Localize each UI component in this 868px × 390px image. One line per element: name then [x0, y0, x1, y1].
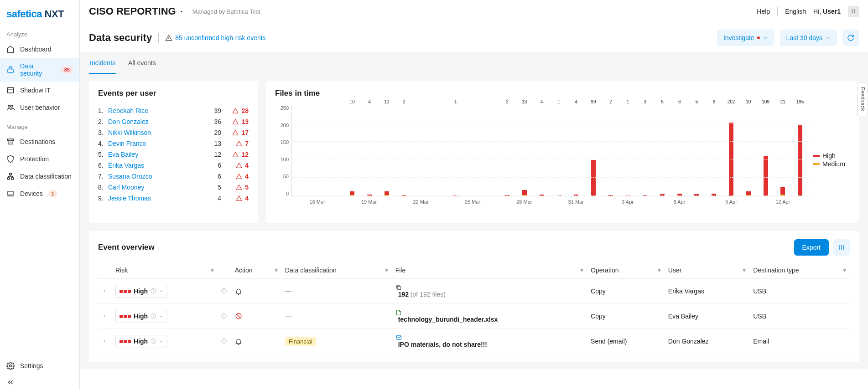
workspace-switcher[interactable]: CISO REPORTING [89, 5, 184, 17]
bar-high[interactable] [350, 191, 354, 195]
export-button[interactable]: Export [794, 239, 829, 256]
sidebar-item-dashboard[interactable]: Dashboard [0, 41, 79, 58]
col-user[interactable]: User▾ [665, 262, 749, 279]
sidebar-item-protection[interactable]: Protection [0, 150, 79, 168]
bar-high[interactable] [591, 160, 596, 196]
chevron-down-icon [159, 314, 163, 318]
bar-value-label: 1 [558, 99, 561, 104]
lock-icon [6, 66, 15, 74]
filter-icon[interactable]: ▾ [580, 267, 583, 274]
user-link[interactable]: Rebekah Rice [108, 107, 203, 114]
user-link[interactable]: Nikki Wilkinson [108, 129, 203, 136]
user-link[interactable]: Susana Orozco [108, 173, 203, 180]
user-risk-count: 4 [221, 173, 249, 180]
table-row: High ⓘ ⓘFinancialIPO materials, do not s… [98, 329, 850, 354]
sidebar-item-label: Dashboard [20, 46, 52, 53]
bar-high[interactable] [764, 156, 768, 196]
user-link[interactable]: Eva Bailey [108, 151, 203, 158]
user-link[interactable]: Carl Mooney [108, 184, 203, 191]
sidebar-item-user-behavior[interactable]: User behavior [0, 99, 79, 116]
risk-selector[interactable]: High ⓘ [115, 310, 167, 323]
filter-icon[interactable]: ▾ [743, 267, 746, 274]
tab-all-events[interactable]: All events [127, 53, 157, 74]
sidebar-item-settings[interactable]: Settings [0, 357, 79, 375]
user-link[interactable]: Devin Franco [108, 140, 203, 147]
bar-value-label: 10 [350, 99, 355, 104]
col-dc[interactable]: Data classification▾ [281, 262, 392, 279]
bar-high[interactable] [522, 190, 527, 195]
unconfirmed-events-link[interactable]: 85 unconfirmed high-risk events [165, 34, 265, 41]
language-switcher[interactable]: English [785, 8, 806, 15]
bar-value-label: 99 [591, 99, 596, 104]
bar-value-label: 13 [522, 99, 527, 104]
sidebar-item-destinations[interactable]: Destinations [0, 133, 79, 150]
divider [158, 33, 159, 43]
bar-slot [309, 105, 327, 196]
risk-selector[interactable]: High ⓘ [115, 335, 167, 348]
daterange-label: Last 30 days [786, 34, 822, 41]
info-icon[interactable]: ⓘ [221, 338, 227, 344]
user-link[interactable]: Erika Vargas [108, 162, 203, 169]
col-risk[interactable]: Risk▾ [112, 262, 218, 279]
subheader: Data security 85 unconfirmed high-risk e… [80, 23, 868, 53]
avatar[interactable]: U [848, 6, 859, 17]
columns-button[interactable] [833, 239, 850, 256]
warning-icon [236, 173, 242, 180]
user-risk-count: 17 [221, 129, 249, 136]
feedback-tab[interactable]: Feedback [857, 82, 868, 116]
bar-high[interactable] [746, 191, 751, 195]
sidebar-item-devices[interactable]: Devices 1 [0, 185, 79, 202]
info-icon[interactable]: ⓘ [221, 288, 227, 294]
col-dest[interactable]: Destination type▾ [749, 262, 850, 279]
filter-icon[interactable]: ▾ [211, 267, 214, 274]
expand-row-button[interactable] [102, 288, 108, 294]
expand-row-button[interactable] [102, 313, 108, 319]
user-row: 8.Carl Mooney55 [98, 182, 249, 193]
bar-slot: 195 [791, 105, 809, 196]
bar-value-label: 5 [696, 99, 698, 104]
username: User1 [823, 8, 841, 15]
bar-high[interactable] [385, 191, 389, 195]
col-action[interactable]: Action▾ [231, 262, 281, 279]
bar-high[interactable] [798, 125, 802, 196]
table-row: High ⓘ ⓘ—192 (of 192 files)CopyErika Var… [98, 279, 850, 304]
col-file[interactable]: File▾ [392, 262, 587, 279]
sidebar-item-data-classification[interactable]: Data classification [0, 168, 79, 185]
risk-selector[interactable]: High ⓘ [115, 285, 167, 298]
sidebar-collapse-button[interactable] [0, 375, 79, 390]
chevron-down-icon [159, 339, 163, 344]
svg-rect-10 [397, 287, 400, 290]
filter-icon[interactable]: ▾ [843, 267, 846, 274]
user-event-count: 13 [203, 140, 221, 147]
bar-value-label: 4 [541, 99, 543, 104]
col-operation[interactable]: Operation▾ [587, 262, 665, 279]
info-icon: ⓘ [151, 338, 156, 345]
bar-slot: 2 [395, 105, 413, 196]
bell-icon [235, 287, 278, 295]
section-manage: Manage [0, 121, 79, 133]
bar-slot: 4 [567, 105, 585, 196]
bar-value-label: 4 [575, 99, 577, 104]
filter-icon[interactable]: ▾ [658, 267, 661, 274]
bar-high[interactable] [780, 187, 785, 195]
user-row: 9.Jessie Thomas44 [98, 193, 249, 204]
refresh-button[interactable] [842, 30, 859, 46]
bar-slot: 2 [602, 105, 619, 196]
bar-slot: 1 [619, 105, 637, 196]
caret-down-icon [179, 9, 184, 14]
sidebar-item-label: Data classification [20, 173, 72, 180]
investigate-button[interactable]: Investigate [717, 30, 774, 46]
daterange-button[interactable]: Last 30 days [780, 30, 837, 46]
sidebar-item-shadow-it[interactable]: Shadow IT [0, 82, 79, 99]
help-link[interactable]: Help [757, 8, 770, 15]
filter-icon[interactable]: ▾ [385, 267, 388, 274]
user-link[interactable]: Jessie Thomas [108, 195, 203, 202]
expand-row-button[interactable] [102, 339, 108, 344]
sidebar-item-data-security[interactable]: Data security 85 [0, 58, 79, 82]
x-axis: 16 Mar19 Mar22 Mar25 Mar28 Mar31 Mar3 Ap… [291, 199, 809, 205]
tab-incidents[interactable]: Incidents [89, 53, 116, 74]
user-link[interactable]: Don Gonzalez [108, 118, 203, 125]
filter-icon[interactable]: ▾ [275, 267, 278, 274]
info-icon[interactable]: ⓘ [221, 313, 227, 319]
x-tick: 16 Mar [291, 199, 343, 205]
